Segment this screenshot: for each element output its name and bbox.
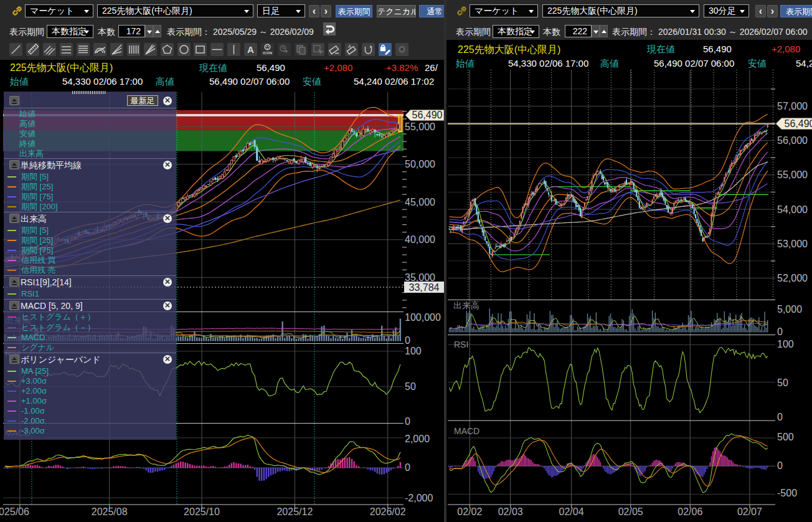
svg-text:0: 0 <box>777 326 783 337</box>
svg-text:A: A <box>247 44 254 55</box>
svg-text:0: 0 <box>777 412 783 422</box>
svg-text:02/04: 02/04 <box>559 506 584 517</box>
svg-text:2,000: 2,000 <box>405 434 430 444</box>
svg-text:52,000: 52,000 <box>777 273 808 283</box>
svg-text:55,000: 55,000 <box>405 121 435 132</box>
svg-text:35,000: 35,000 <box>405 272 435 283</box>
svg-text:54,000: 54,000 <box>777 204 808 215</box>
svg-text:40,000: 40,000 <box>405 234 435 245</box>
svg-text:2025/12: 2025/12 <box>276 506 313 517</box>
svg-text:0: 0 <box>405 416 410 427</box>
svg-text:MACD: MACD <box>454 426 479 436</box>
svg-text:50: 50 <box>405 381 416 392</box>
svg-text:-500: -500 <box>777 488 797 498</box>
svg-text:RSI: RSI <box>454 339 468 349</box>
svg-text:2025/08: 2025/08 <box>92 506 128 517</box>
svg-text:45,000: 45,000 <box>405 197 435 207</box>
svg-text:出来高: 出来高 <box>453 300 479 310</box>
svg-text:33,784: 33,784 <box>409 282 440 293</box>
svg-text:0: 0 <box>405 335 410 346</box>
svg-text:50,000: 50,000 <box>405 159 435 169</box>
svg-text:ICON: ICON <box>263 51 272 55</box>
svg-text:-2,000: -2,000 <box>405 493 433 503</box>
svg-text:02/06: 02/06 <box>677 506 702 517</box>
svg-text:02/05: 02/05 <box>618 506 643 517</box>
svg-text:500: 500 <box>777 432 794 442</box>
svg-text:02/07: 02/07 <box>737 506 762 517</box>
svg-text:0: 0 <box>405 462 410 473</box>
svg-text:100: 100 <box>777 339 794 349</box>
svg-text:50: 50 <box>777 377 788 388</box>
svg-text:0: 0 <box>777 460 783 471</box>
svg-text:53,000: 53,000 <box>777 239 808 249</box>
svg-text:56,490: 56,490 <box>412 110 443 120</box>
svg-text:100: 100 <box>405 346 422 356</box>
svg-text:5,000: 5,000 <box>777 304 802 315</box>
svg-text:56,490: 56,490 <box>785 118 812 129</box>
svg-text:55,000: 55,000 <box>777 169 808 180</box>
svg-text:57,000: 57,000 <box>777 101 808 112</box>
svg-text:02/02: 02/02 <box>457 506 482 517</box>
svg-text:2026/02: 2026/02 <box>370 506 406 517</box>
svg-text:2025/06: 2025/06 <box>0 506 29 517</box>
svg-text:56,000: 56,000 <box>777 135 808 146</box>
svg-text:100,000: 100,000 <box>405 312 441 323</box>
svg-text:02/03: 02/03 <box>498 506 523 517</box>
svg-text:2025/10: 2025/10 <box>184 506 220 517</box>
